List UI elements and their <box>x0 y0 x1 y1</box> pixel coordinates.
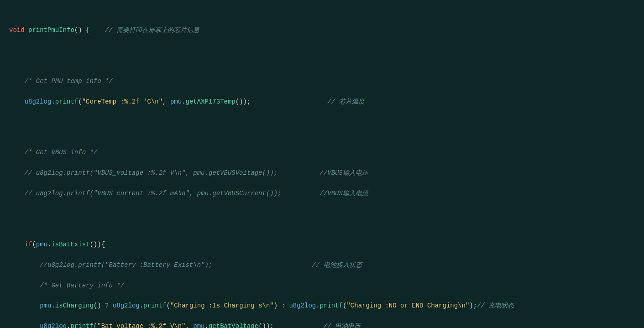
code-line-9: /* Get Battery info */ <box>9 281 635 291</box>
code-line-2: /* Get PMU temp info */ <box>9 76 635 86</box>
code-line-1: void printPmuInfo() { // 需要打印在屏幕上的芯片信息 <box>9 25 635 35</box>
code-line-blank3 <box>9 219 635 229</box>
code-line-6: // u8g2log.printf("VBUS_current :%.2f mA… <box>9 188 635 198</box>
code-line-blank1 <box>9 56 635 66</box>
code-line-blank2 <box>9 127 635 137</box>
code-line-4: /* Get VBUS info */ <box>9 147 635 157</box>
code-line-3: u8g2log.printf("CoreTemp :%.2f 'C\n", pm… <box>9 97 635 107</box>
code-line-10: pmu.isCharging() ? u8g2log.printf("Charg… <box>9 301 635 311</box>
code-editor: void printPmuInfo() { // 需要打印在屏幕上的芯片信息 /… <box>0 0 644 328</box>
code-line-7: if(pmu.isBatExist()){ <box>9 239 635 250</box>
code-line-8: //u8g2log.printf("Battery :Battery Exist… <box>9 260 635 270</box>
code-line-11: u8g2log.printf("Bat_voltage :%.2f V\n", … <box>9 321 635 328</box>
code-line-5: // u8g2log.printf("VBUS_voltage :%.2f V\… <box>9 168 635 178</box>
